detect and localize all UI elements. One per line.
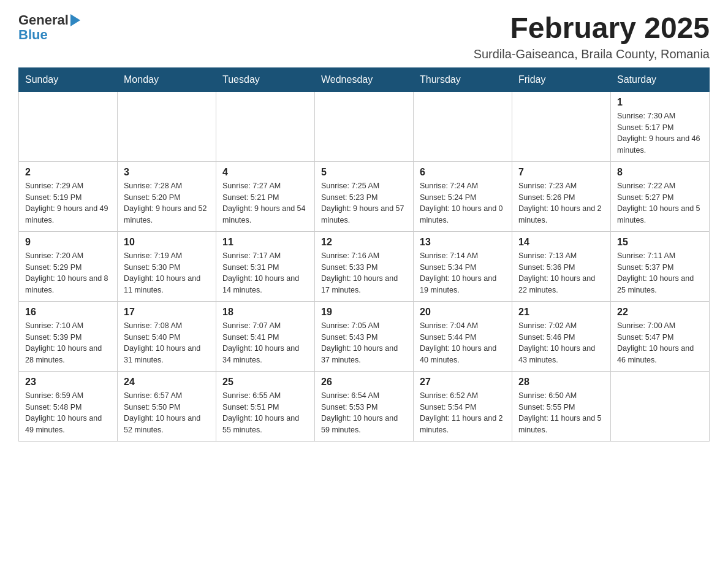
logo-general-text: General (18, 12, 69, 28)
day-number: 11 (222, 237, 308, 248)
day-number: 18 (222, 307, 308, 318)
day-info: Sunrise: 7:07 AM Sunset: 5:41 PM Dayligh… (222, 320, 308, 366)
day-info: Sunrise: 7:27 AM Sunset: 5:21 PM Dayligh… (222, 180, 308, 226)
day-cell: 7Sunrise: 7:23 AM Sunset: 5:26 PM Daylig… (512, 161, 611, 231)
day-number: 13 (420, 237, 506, 248)
day-number: 1 (617, 97, 703, 108)
week-row-1: 1Sunrise: 7:30 AM Sunset: 5:17 PM Daylig… (19, 91, 710, 161)
week-row-5: 23Sunrise: 6:59 AM Sunset: 5:48 PM Dayli… (19, 371, 710, 441)
day-info: Sunrise: 7:23 AM Sunset: 5:26 PM Dayligh… (518, 180, 604, 226)
day-number: 14 (518, 237, 604, 248)
day-cell: 23Sunrise: 6:59 AM Sunset: 5:48 PM Dayli… (19, 371, 118, 441)
day-number: 10 (124, 237, 210, 248)
day-number: 19 (321, 307, 407, 318)
weekday-header-monday: Monday (118, 67, 216, 91)
day-info: Sunrise: 7:02 AM Sunset: 5:46 PM Dayligh… (518, 320, 604, 366)
day-info: Sunrise: 7:20 AM Sunset: 5:29 PM Dayligh… (25, 250, 111, 296)
day-cell: 25Sunrise: 6:55 AM Sunset: 5:51 PM Dayli… (216, 371, 315, 441)
month-title: February 2025 (474, 12, 710, 45)
day-cell: 19Sunrise: 7:05 AM Sunset: 5:43 PM Dayli… (315, 301, 414, 371)
day-cell (611, 371, 710, 441)
day-cell: 15Sunrise: 7:11 AM Sunset: 5:37 PM Dayli… (611, 231, 710, 301)
day-number: 22 (617, 307, 703, 318)
day-info: Sunrise: 7:17 AM Sunset: 5:31 PM Dayligh… (222, 250, 308, 296)
day-cell: 11Sunrise: 7:17 AM Sunset: 5:31 PM Dayli… (216, 231, 315, 301)
week-row-3: 9Sunrise: 7:20 AM Sunset: 5:29 PM Daylig… (19, 231, 710, 301)
day-info: Sunrise: 7:13 AM Sunset: 5:36 PM Dayligh… (518, 250, 604, 296)
day-cell: 5Sunrise: 7:25 AM Sunset: 5:23 PM Daylig… (315, 161, 414, 231)
day-cell: 22Sunrise: 7:00 AM Sunset: 5:47 PM Dayli… (611, 301, 710, 371)
day-info: Sunrise: 6:50 AM Sunset: 5:55 PM Dayligh… (518, 390, 604, 436)
day-number: 21 (518, 307, 604, 318)
day-number: 15 (617, 237, 703, 248)
day-cell: 28Sunrise: 6:50 AM Sunset: 5:55 PM Dayli… (512, 371, 611, 441)
day-cell (19, 91, 118, 161)
day-info: Sunrise: 6:55 AM Sunset: 5:51 PM Dayligh… (222, 390, 308, 436)
day-number: 17 (124, 307, 210, 318)
day-info: Sunrise: 6:59 AM Sunset: 5:48 PM Dayligh… (25, 390, 111, 436)
weekday-header-wednesday: Wednesday (315, 67, 414, 91)
weekday-header-saturday: Saturday (611, 67, 710, 91)
logo-blue-text: Blue (18, 27, 48, 43)
header: General Blue February 2025 Surdila-Gaise… (18, 12, 710, 61)
day-number: 26 (321, 377, 407, 388)
day-cell: 3Sunrise: 7:28 AM Sunset: 5:20 PM Daylig… (118, 161, 216, 231)
day-number: 8 (617, 167, 703, 178)
day-cell: 1Sunrise: 7:30 AM Sunset: 5:17 PM Daylig… (611, 91, 710, 161)
weekday-header-sunday: Sunday (19, 67, 118, 91)
location-subtitle: Surdila-Gaiseanca, Braila County, Romani… (474, 47, 710, 61)
day-cell: 12Sunrise: 7:16 AM Sunset: 5:33 PM Dayli… (315, 231, 414, 301)
day-number: 12 (321, 237, 407, 248)
logo: General Blue (18, 12, 80, 43)
day-number: 25 (222, 377, 308, 388)
day-number: 4 (222, 167, 308, 178)
svg-marker-0 (70, 14, 80, 26)
day-cell (512, 91, 611, 161)
day-cell: 16Sunrise: 7:10 AM Sunset: 5:39 PM Dayli… (19, 301, 118, 371)
weekday-header-thursday: Thursday (414, 67, 512, 91)
day-info: Sunrise: 7:30 AM Sunset: 5:17 PM Dayligh… (617, 110, 703, 156)
day-cell: 13Sunrise: 7:14 AM Sunset: 5:34 PM Dayli… (414, 231, 512, 301)
week-row-2: 2Sunrise: 7:29 AM Sunset: 5:19 PM Daylig… (19, 161, 710, 231)
day-number: 9 (25, 237, 111, 248)
day-info: Sunrise: 6:54 AM Sunset: 5:53 PM Dayligh… (321, 390, 407, 436)
day-info: Sunrise: 7:29 AM Sunset: 5:19 PM Dayligh… (25, 180, 111, 226)
day-number: 27 (420, 377, 506, 388)
day-info: Sunrise: 7:16 AM Sunset: 5:33 PM Dayligh… (321, 250, 407, 296)
weekday-header-friday: Friday (512, 67, 611, 91)
day-info: Sunrise: 6:57 AM Sunset: 5:50 PM Dayligh… (124, 390, 210, 436)
day-number: 5 (321, 167, 407, 178)
day-cell (118, 91, 216, 161)
day-number: 3 (124, 167, 210, 178)
day-number: 24 (124, 377, 210, 388)
day-info: Sunrise: 7:22 AM Sunset: 5:27 PM Dayligh… (617, 180, 703, 226)
day-number: 7 (518, 167, 604, 178)
day-number: 20 (420, 307, 506, 318)
day-info: Sunrise: 7:11 AM Sunset: 5:37 PM Dayligh… (617, 250, 703, 296)
day-cell: 9Sunrise: 7:20 AM Sunset: 5:29 PM Daylig… (19, 231, 118, 301)
day-cell: 21Sunrise: 7:02 AM Sunset: 5:46 PM Dayli… (512, 301, 611, 371)
day-number: 2 (25, 167, 111, 178)
day-cell: 14Sunrise: 7:13 AM Sunset: 5:36 PM Dayli… (512, 231, 611, 301)
day-cell: 24Sunrise: 6:57 AM Sunset: 5:50 PM Dayli… (118, 371, 216, 441)
day-info: Sunrise: 7:00 AM Sunset: 5:47 PM Dayligh… (617, 320, 703, 366)
title-section: February 2025 Surdila-Gaiseanca, Braila … (474, 12, 710, 61)
day-cell: 6Sunrise: 7:24 AM Sunset: 5:24 PM Daylig… (414, 161, 512, 231)
day-cell: 27Sunrise: 6:52 AM Sunset: 5:54 PM Dayli… (414, 371, 512, 441)
logo-arrow-icon (70, 14, 80, 26)
weekday-header-tuesday: Tuesday (216, 67, 315, 91)
day-number: 6 (420, 167, 506, 178)
day-cell: 17Sunrise: 7:08 AM Sunset: 5:40 PM Dayli… (118, 301, 216, 371)
day-info: Sunrise: 7:05 AM Sunset: 5:43 PM Dayligh… (321, 320, 407, 366)
day-info: Sunrise: 7:28 AM Sunset: 5:20 PM Dayligh… (124, 180, 210, 226)
day-info: Sunrise: 7:04 AM Sunset: 5:44 PM Dayligh… (420, 320, 506, 366)
day-cell: 10Sunrise: 7:19 AM Sunset: 5:30 PM Dayli… (118, 231, 216, 301)
day-number: 28 (518, 377, 604, 388)
calendar-header-row: SundayMondayTuesdayWednesdayThursdayFrid… (19, 67, 710, 91)
day-cell: 20Sunrise: 7:04 AM Sunset: 5:44 PM Dayli… (414, 301, 512, 371)
day-cell (216, 91, 315, 161)
calendar-table: SundayMondayTuesdayWednesdayThursdayFrid… (18, 67, 710, 442)
day-cell: 4Sunrise: 7:27 AM Sunset: 5:21 PM Daylig… (216, 161, 315, 231)
day-number: 23 (25, 377, 111, 388)
day-info: Sunrise: 6:52 AM Sunset: 5:54 PM Dayligh… (420, 390, 506, 436)
